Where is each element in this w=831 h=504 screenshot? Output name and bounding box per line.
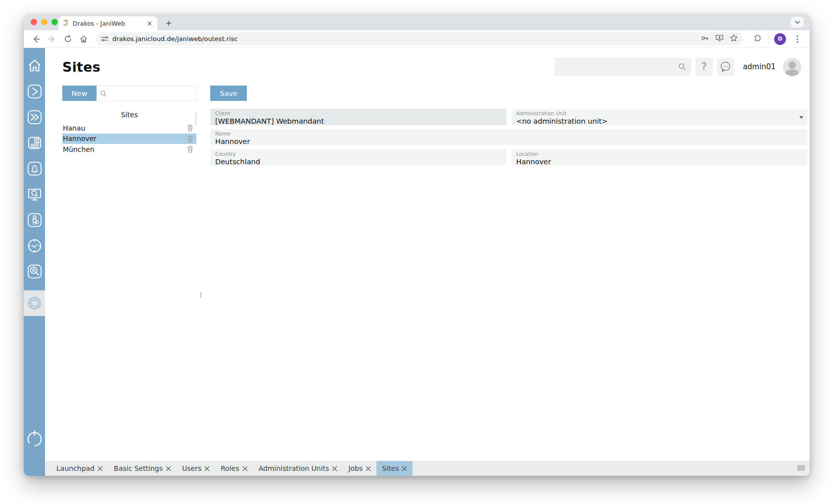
tab-sites[interactable]: Sites [376, 461, 413, 476]
panel-resize-handle[interactable]: ••• [200, 86, 201, 461]
back-icon[interactable] [30, 33, 43, 46]
client-label: Client [215, 110, 502, 116]
minimize-window-button[interactable] [41, 19, 47, 25]
home-icon[interactable] [77, 33, 90, 46]
app-header: Sites ? [45, 48, 810, 86]
open-modules-tabbar: Launchpad Basic Settings Users Roles Adm… [45, 461, 810, 476]
password-key-icon[interactable] [700, 34, 709, 45]
close-icon[interactable] [97, 466, 103, 471]
close-icon[interactable] [366, 466, 371, 471]
browser-profile-avatar[interactable]: D [774, 33, 786, 45]
app-content: Sites ? [45, 48, 810, 476]
delete-trash-icon[interactable] [187, 124, 193, 132]
sidebar-logout-power-icon[interactable] [24, 423, 45, 453]
tab-administration-units[interactable]: Administration Units [253, 461, 343, 476]
tabbar-overflow-grip-icon[interactable] [797, 465, 805, 470]
tab-label: Sites [382, 464, 399, 472]
close-icon[interactable] [242, 466, 248, 471]
tab-basic-settings[interactable]: Basic Settings [108, 461, 177, 476]
site-settings-icon[interactable] [101, 35, 108, 43]
country-label: Country [215, 151, 502, 157]
tab-roles[interactable]: Roles [215, 461, 253, 476]
bookmark-star-icon[interactable] [730, 34, 738, 44]
sites-list-panel: New Sites Hanau [45, 86, 196, 461]
site-name: Hanau [63, 124, 187, 132]
sidebar-monitor-search-icon[interactable] [24, 187, 45, 201]
tab-launchpad[interactable]: Launchpad [51, 461, 108, 476]
search-icon [100, 90, 107, 97]
delete-trash-icon[interactable] [187, 135, 193, 142]
user-avatar[interactable] [783, 58, 801, 76]
tab-users[interactable]: Users [177, 461, 215, 476]
close-icon[interactable] [166, 466, 171, 471]
close-icon[interactable] [332, 466, 337, 471]
sidebar-home-icon[interactable] [24, 59, 45, 73]
forward-icon[interactable] [46, 33, 58, 46]
url-text[interactable]: drakos.janicloud.de/janiweb/outest.risc [112, 35, 696, 43]
sidebar-contact-card-icon[interactable] [24, 136, 45, 150]
page-title: Sites [62, 59, 100, 75]
maximize-window-button[interactable] [51, 19, 58, 25]
browser-toolbar: drakos.janicloud.de/janiweb/outest.risc … [24, 30, 810, 48]
list-item[interactable]: Hanau [62, 123, 196, 134]
administration-unit-select[interactable]: Administration Unit <no administration u… [511, 109, 808, 125]
browser-window: Drakos - JaniWeb drakos.ja [24, 14, 810, 476]
username-label: admin01 [743, 62, 776, 71]
chevron-down-icon [799, 116, 803, 119]
close-icon[interactable] [204, 466, 210, 471]
browser-menu-kebab-icon[interactable] [791, 33, 804, 46]
sidebar-worker-icon[interactable] [24, 213, 45, 227]
site-form: Save Client [WEBMANDANT] Webmandant Admi… [201, 86, 810, 461]
avatar-silhouette [788, 61, 796, 69]
list-search-field[interactable] [96, 86, 196, 101]
tab-label: Launchpad [56, 464, 94, 472]
extensions-puzzle-icon[interactable] [751, 33, 764, 46]
tab-label: Jobs [348, 464, 363, 472]
close-window-button[interactable] [31, 19, 37, 25]
global-search-field[interactable] [554, 58, 691, 76]
traffic-lights [31, 19, 58, 25]
client-value: [WEBMANDANT] Webmandant [215, 117, 324, 125]
favicon [62, 19, 69, 28]
browser-tabstrip: Drakos - JaniWeb [24, 14, 810, 30]
main-row: New Sites Hanau [45, 86, 810, 461]
country-field[interactable]: Country Deutschland [210, 149, 507, 166]
close-icon[interactable] [402, 466, 407, 471]
tab-label: Users [182, 464, 201, 472]
list-item[interactable]: München [62, 144, 196, 155]
help-button[interactable]: ? [695, 58, 713, 76]
administration-unit-value: <no administration unit> [516, 117, 608, 125]
sidebar-log-search-icon[interactable] [24, 265, 45, 278]
new-button[interactable]: New [62, 86, 96, 101]
tab-search-chevron-icon[interactable] [791, 17, 804, 28]
sidebar-double-chevron-icon[interactable] [24, 110, 45, 124]
sidebar-notifications-bell-icon[interactable] [24, 162, 45, 176]
client-field[interactable]: Client [WEBMANDANT] Webmandant [210, 109, 507, 125]
global-search-input[interactable] [559, 63, 678, 71]
reload-icon[interactable] [61, 33, 74, 46]
delete-trash-icon[interactable] [187, 145, 193, 153]
feedback-chat-button[interactable] [717, 58, 735, 76]
sidebar-settings-gear-icon[interactable] [24, 290, 45, 316]
tab-label: Administration Units [259, 464, 329, 472]
administration-unit-label: Administration Unit [516, 110, 803, 116]
location-field[interactable]: Location Hannover [511, 149, 808, 166]
sidebar-start-chevron-icon[interactable] [24, 85, 45, 98]
tab-close-icon[interactable] [145, 19, 153, 27]
toolbar-separator [769, 35, 769, 44]
tab-label: Basic Settings [114, 464, 163, 472]
install-icon[interactable] [715, 34, 724, 44]
name-field[interactable]: Name Hannover [210, 129, 807, 145]
sidebar-clock-icon[interactable] [24, 239, 45, 253]
list-scrollbar[interactable] [195, 111, 196, 126]
browser-tab[interactable]: Drakos - JaniWeb [58, 16, 157, 30]
resize-grip-dots: ••• [199, 292, 202, 298]
list-search-input[interactable] [109, 90, 193, 97]
list-item-selected[interactable]: Hannover [62, 134, 196, 144]
url-bar[interactable]: drakos.janicloud.de/janiweb/outest.risc [96, 32, 743, 46]
list-column-header: Sites [62, 111, 196, 119]
tab-jobs[interactable]: Jobs [343, 461, 376, 476]
site-name: München [63, 145, 187, 153]
new-tab-button[interactable] [163, 18, 174, 29]
save-button[interactable]: Save [210, 86, 247, 101]
